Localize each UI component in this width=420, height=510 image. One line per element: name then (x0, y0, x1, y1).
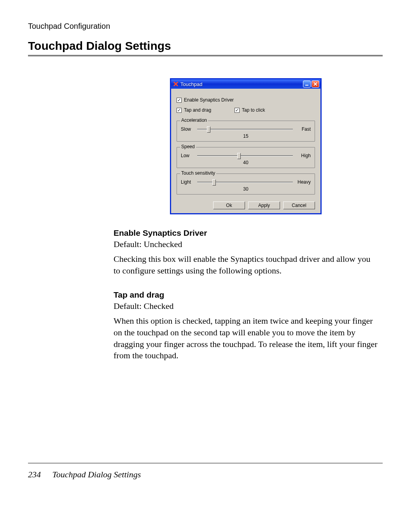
group-legend: Touch sensitivity (180, 170, 216, 176)
dialog-button-row: Ok Apply Cancel (177, 202, 315, 209)
speed-slider[interactable] (197, 152, 293, 159)
option-heading: Tap and drag (114, 290, 378, 300)
slider-left-label: Slow (181, 126, 195, 132)
option-default: Default: Unchecked (114, 239, 378, 249)
checkbox-label: Tap to click (242, 107, 265, 113)
slider-value: 30 (181, 186, 311, 192)
checkbox-tap-and-drag[interactable]: ✓ Tap and drag (177, 107, 211, 113)
group-speed: Speed Low High 40 (177, 147, 315, 168)
footer-title: Touchpad Dialog Settings (52, 470, 141, 479)
group-sensitivity: Touch sensitivity Light Heavy 30 (177, 174, 315, 195)
slider-thumb[interactable] (207, 126, 210, 133)
checkbox-label: Enable Synaptics Driver (184, 97, 234, 103)
slider-right-label: Fast (295, 126, 311, 132)
slider-value: 15 (181, 133, 311, 139)
option-body: Checking this box will enable the Synapt… (114, 253, 378, 276)
option-default: Default: Checked (114, 301, 378, 311)
footer-rule (28, 463, 383, 463)
slider-right-label: High (295, 153, 311, 158)
dialog-body: ✓ Enable Synaptics Driver ✓ Tap and drag… (171, 89, 320, 213)
document-page: Touchpad Configuration Touchpad Dialog S… (0, 0, 420, 510)
acceleration-slider[interactable] (197, 126, 293, 133)
group-legend: Speed (180, 144, 196, 149)
slider-left-label: Low (181, 153, 195, 158)
slider-thumb[interactable] (212, 179, 216, 186)
checkbox-label: Tap and drag (184, 107, 211, 113)
slider-left-label: Light (181, 179, 195, 185)
checkbox-icon: ✓ (234, 108, 240, 113)
close-button[interactable] (312, 81, 319, 88)
content-column: Touchpad ✓ Enable Synaptics Driver (114, 78, 378, 361)
titlebar[interactable]: Touchpad (171, 79, 320, 89)
group-legend: Acceleration (180, 117, 208, 123)
checkbox-icon: ✓ (177, 98, 182, 103)
slider-value: 40 (181, 160, 311, 165)
slider-right-label: Heavy (295, 179, 311, 185)
option-heading: Enable Synaptics Driver (114, 228, 378, 238)
group-acceleration: Acceleration Slow Fast 15 (177, 121, 315, 142)
slider-thumb[interactable] (237, 153, 241, 159)
touchpad-dialog: Touchpad ✓ Enable Synaptics Driver (170, 78, 322, 214)
page-footer: 234 Touchpad Dialog Settings (28, 470, 383, 480)
checkbox-enable-driver[interactable]: ✓ Enable Synaptics Driver (177, 97, 315, 103)
titlebar-text: Touchpad (180, 81, 202, 87)
page-number: 234 (28, 470, 41, 479)
section-rule (28, 55, 383, 56)
ok-button[interactable]: Ok (213, 202, 245, 209)
cancel-button[interactable]: Cancel (283, 202, 315, 209)
dialog-figure: Touchpad ✓ Enable Synaptics Driver (114, 78, 378, 214)
minimize-button[interactable] (303, 81, 311, 88)
checkbox-tap-to-click[interactable]: ✓ Tap to click (234, 107, 265, 113)
sensitivity-slider[interactable] (197, 179, 293, 186)
apply-button[interactable]: Apply (248, 202, 280, 209)
app-icon (173, 81, 179, 87)
section-title: Touchpad Dialog Settings (28, 39, 383, 53)
option-body: When this option is checked, tapping an … (114, 315, 378, 361)
checkbox-icon: ✓ (177, 108, 182, 113)
running-head: Touchpad Configuration (28, 22, 383, 31)
